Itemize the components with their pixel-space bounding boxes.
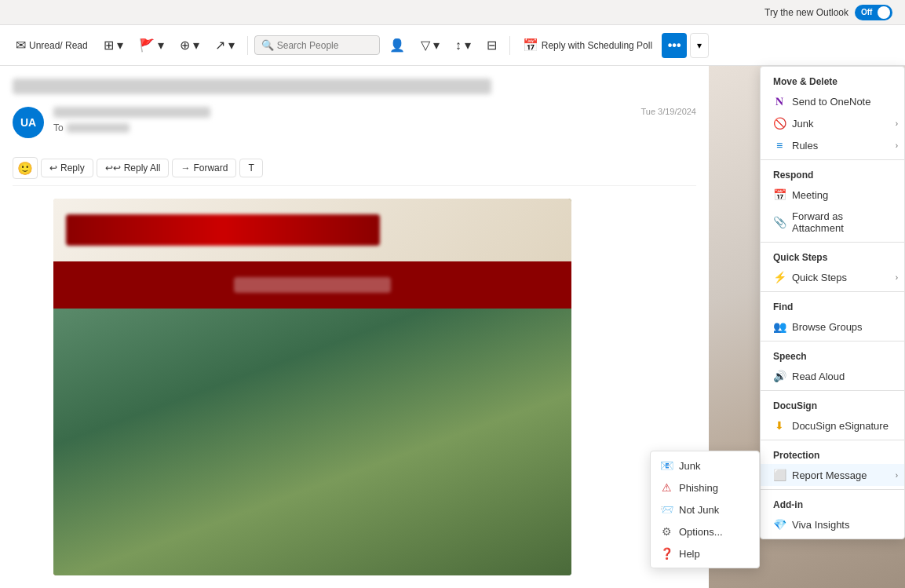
find-header: Find: [761, 295, 904, 316]
sender-name-blur: [53, 107, 210, 118]
move-button[interactable]: ↗ ▾: [209, 35, 241, 56]
emoji-react-button[interactable]: 🙂: [13, 157, 38, 179]
divider-6: [761, 440, 904, 440]
unread-read-label: Unread/ Read: [29, 40, 88, 51]
teams-button[interactable]: T: [239, 159, 262, 177]
report-message-item[interactable]: ⬜ Report Message ›: [761, 464, 904, 486]
reply-all-icon: ↩↩: [105, 163, 121, 173]
unread-read-button[interactable]: ✉ Unread/ Read: [9, 35, 94, 56]
try-outlook-label: Try the new Outlook: [765, 7, 848, 18]
submenu-not-junk-item[interactable]: 📨 Not Junk: [651, 499, 759, 520]
avatar: UA: [13, 107, 44, 138]
report-message-submenu: 📧 Junk ⚠ Phishing 📨 Not Junk ⚙ Options..…: [650, 451, 760, 568]
report-message-chevron-icon: ›: [896, 471, 898, 480]
search-people-input[interactable]: [277, 40, 373, 51]
divider-5: [761, 390, 904, 391]
context-menu: Move & Delete 𝐍 Send to OneNote 🚫 Junk ›…: [760, 66, 905, 539]
filter-button[interactable]: ▽ ▾: [414, 35, 446, 56]
to-label: To: [53, 122, 64, 133]
quick-steps-item[interactable]: ⚡ Quick Steps ›: [761, 266, 904, 288]
sort-chevron-icon: ▾: [465, 38, 471, 53]
email-sender-row: UA To Tue 3/19/2024: [13, 107, 696, 138]
meeting-item[interactable]: 📅 Meeting: [761, 184, 904, 206]
flag-button[interactable]: 🚩 ▾: [133, 35, 170, 56]
new-outlook-toggle[interactable]: Off: [855, 5, 892, 20]
docusign-esignature-item[interactable]: ⬇ DocuSign eSignature: [761, 415, 904, 436]
filter-chevron-icon: ▾: [433, 38, 440, 53]
forward-button[interactable]: → Forward: [172, 159, 236, 177]
submenu-help-label: Help: [679, 548, 700, 560]
email-action-bar: 🙂 ↩ Reply ↩↩ Reply All → Forward T: [13, 151, 696, 186]
sort-button[interactable]: ↕ ▾: [449, 35, 477, 56]
viva-insights-label: Viva Insights: [792, 519, 849, 531]
expand-toolbar-button[interactable]: ▾: [690, 33, 709, 58]
send-to-onenote-label: Send to OneNote: [792, 96, 870, 108]
flag-icon: 🚩: [139, 38, 155, 53]
email-date: Tue 3/19/2024: [640, 107, 696, 116]
more-icon: •••: [668, 38, 681, 53]
layout-button[interactable]: ⊟: [480, 35, 503, 56]
submenu-phishing-label: Phishing: [679, 482, 718, 494]
sweep-button[interactable]: ⊕ ▾: [173, 35, 206, 56]
rules-item[interactable]: ≡ Rules ›: [761, 134, 904, 156]
chevron-down-icon: ▾: [117, 38, 123, 53]
send-to-onenote-item[interactable]: 𝐍 Send to OneNote: [761, 90, 904, 112]
submenu-options-item[interactable]: ⚙ Options...: [651, 520, 759, 542]
meeting-label: Meeting: [792, 189, 828, 201]
submenu-phishing-item[interactable]: ⚠ Phishing: [651, 477, 759, 499]
envelope-icon: ✉: [16, 38, 26, 53]
categorize-button[interactable]: ⊞ ▾: [97, 35, 130, 56]
submenu-help-item[interactable]: ❓ Help: [651, 542, 759, 564]
reply-all-button[interactable]: ↩↩ Reply All: [97, 159, 170, 177]
report-message-label: Report Message: [792, 469, 867, 481]
viva-insights-item[interactable]: 💎 Viva Insights: [761, 513, 904, 535]
main-toolbar: ✉ Unread/ Read ⊞ ▾ 🚩 ▾ ⊕ ▾ ↗ ▾ 🔍 👤 ▽ ▾ ↕…: [0, 25, 905, 66]
docusign-icon: ⬇: [773, 419, 786, 432]
more-options-button[interactable]: •••: [662, 33, 687, 58]
junk-item[interactable]: 🚫 Junk ›: [761, 112, 904, 134]
grid-icon: ⊞: [104, 38, 114, 53]
top-bar: Try the new Outlook Off: [0, 0, 905, 25]
report-icon: ⬜: [773, 469, 786, 481]
search-people-box[interactable]: 🔍: [254, 35, 380, 55]
read-aloud-icon: 🔊: [773, 370, 786, 382]
chevron-down-expand-icon: ▾: [697, 40, 702, 51]
contact-icon: 👤: [389, 38, 405, 53]
docusign-esignature-label: DocuSign eSignature: [792, 420, 889, 432]
speech-header: Speech: [761, 345, 904, 365]
read-aloud-item[interactable]: 🔊 Read Aloud: [761, 365, 904, 387]
meeting-icon: 📅: [773, 188, 786, 201]
browse-groups-item[interactable]: 👥 Browse Groups: [761, 316, 904, 338]
email-reading-pane: UA To Tue 3/19/2024 🙂 ↩ Reply ↩↩: [0, 66, 709, 588]
email-header-section: [53, 199, 571, 261]
move-chevron-icon: ▾: [228, 38, 235, 53]
forward-as-attachment-item[interactable]: 📎 Forward as Attachment: [761, 206, 904, 239]
calendar-poll-icon: 📅: [523, 38, 538, 53]
try-outlook-banner: Try the new Outlook Off: [765, 5, 892, 20]
right-panel-background: Move & Delete 𝐍 Send to OneNote 🚫 Junk ›…: [709, 66, 905, 588]
divider-4: [761, 341, 904, 341]
reply-button[interactable]: ↩ Reply: [41, 159, 93, 177]
junk-label: Junk: [792, 118, 813, 130]
contact-photo-button[interactable]: 👤: [383, 35, 411, 56]
submenu-junk-item[interactable]: 📧 Junk: [651, 455, 759, 477]
rules-label: Rules: [792, 140, 818, 152]
reply-icon: ↩: [49, 163, 57, 173]
reply-with-poll-button[interactable]: 📅 Reply with Scheduling Poll: [516, 35, 659, 56]
email-image-content: [53, 199, 571, 575]
respond-header: Respond: [761, 163, 904, 184]
filter-icon: ▽: [421, 38, 430, 53]
toolbar-divider-2: [509, 36, 510, 55]
forward-as-attachment-label: Forward as Attachment: [792, 210, 892, 234]
reply-all-label: Reply All: [124, 163, 161, 173]
read-aloud-label: Read Aloud: [792, 371, 845, 382]
submenu-options-icon: ⚙: [660, 525, 673, 538]
quick-steps-header: Quick Steps: [761, 246, 904, 266]
search-icon: 🔍: [261, 39, 274, 51]
email-body: [53, 199, 696, 575]
emoji-icon: 🙂: [17, 161, 33, 176]
forward-attach-icon: 📎: [773, 216, 786, 228]
onenote-icon: 𝐍: [773, 95, 786, 108]
move-icon: ↗: [215, 38, 225, 53]
sort-icon: ↕: [455, 38, 462, 53]
